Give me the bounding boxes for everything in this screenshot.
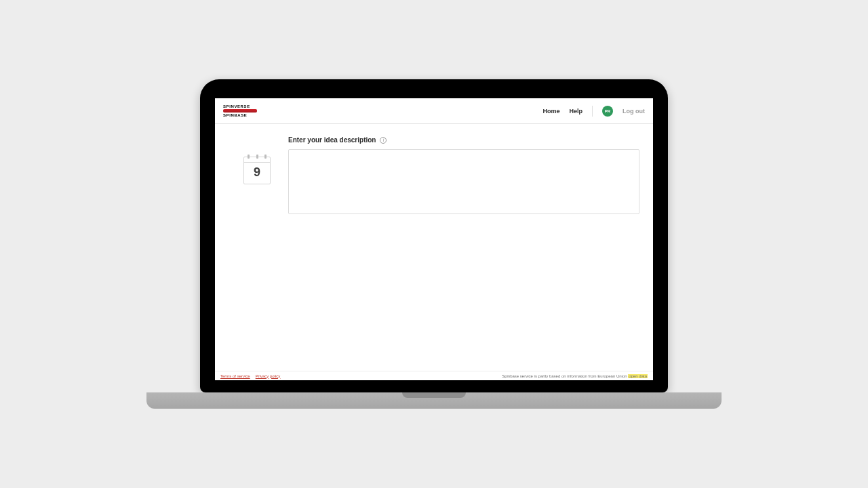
footer-note-text: Spinbase service is partly based on info… (502, 374, 628, 378)
footer: Terms of service Privacy policy Spinbase… (215, 371, 653, 380)
footer-note: Spinbase service is partly based on info… (502, 374, 648, 378)
logo-top: SPINVERSE (223, 104, 257, 108)
laptop-notch (402, 392, 466, 398)
laptop-mockup: SPINVERSE SPINBASE Home Help PR Log out (146, 79, 722, 409)
sidebar: 9 (226, 136, 288, 371)
logo-bottom: SPINBASE (223, 113, 257, 117)
logo-bar-icon (223, 109, 257, 113)
info-icon[interactable]: i (380, 137, 387, 144)
app-screen: SPINVERSE SPINBASE Home Help PR Log out (215, 98, 653, 380)
avatar[interactable]: PR (602, 106, 613, 117)
idea-label-row: Enter your idea description i (288, 136, 639, 144)
content: Enter your idea description i (288, 136, 639, 371)
main: 9 Enter your idea description i (215, 124, 653, 371)
footer-note-highlight: open data (628, 374, 648, 378)
footer-privacy-link[interactable]: Privacy policy (256, 374, 281, 378)
nav-home[interactable]: Home (542, 108, 559, 115)
idea-textarea[interactable] (288, 149, 639, 214)
footer-terms-link[interactable]: Terms of service (220, 374, 250, 378)
header: SPINVERSE SPINBASE Home Help PR Log out (215, 98, 653, 124)
logo[interactable]: SPINVERSE SPINBASE (223, 104, 257, 117)
idea-label: Enter your idea description (288, 136, 376, 144)
logout-button[interactable]: Log out (623, 108, 645, 115)
laptop-base (146, 392, 722, 409)
nav-divider (592, 106, 593, 117)
calendar-widget[interactable]: 9 (243, 157, 271, 184)
nav: Home Help PR Log out (542, 106, 645, 117)
nav-help[interactable]: Help (569, 108, 583, 115)
calendar-hinge-icon (248, 155, 267, 159)
calendar-day: 9 (254, 163, 260, 184)
laptop-bezel: SPINVERSE SPINBASE Home Help PR Log out (200, 79, 668, 392)
